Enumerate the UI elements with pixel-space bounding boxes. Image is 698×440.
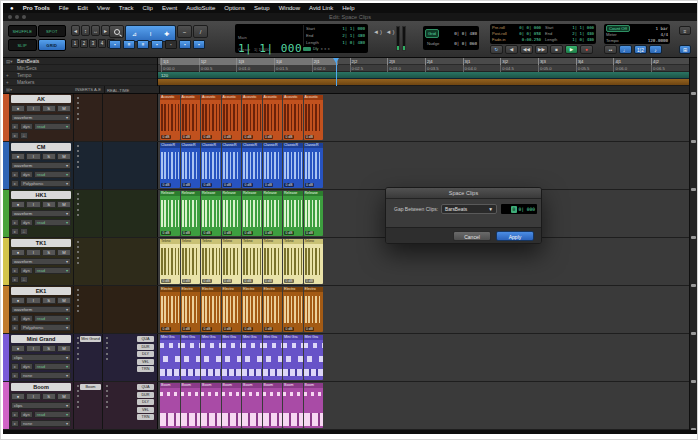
layered-edit-button[interactable]: ▪	[193, 40, 205, 49]
tempo-event[interactable]: 120	[161, 72, 168, 79]
clip-lane[interactable]: BoomBoomBoomBoomBoomBoomBoomBoom	[160, 382, 323, 429]
track-view-selector[interactable]: clips▾	[11, 402, 71, 409]
track-height-handle[interactable]	[691, 332, 696, 335]
fade-in-value[interactable]: 0:00.250	[522, 37, 541, 43]
clip-ak-7[interactable]: Acoustic0 dB	[283, 95, 303, 140]
freeze-icon[interactable]: ▸	[11, 228, 19, 235]
return-to-zero-button[interactable]: ◀	[505, 45, 518, 54]
clip-gain-badge[interactable]: 0 dB	[305, 231, 315, 235]
zoom-preset-1[interactable]: 1	[71, 39, 79, 48]
freeze-icon[interactable]: ▸	[11, 132, 19, 139]
patch-selector[interactable]: none▾	[20, 372, 71, 379]
apply-button[interactable]: Apply	[496, 231, 534, 241]
dyn-selector[interactable]: dyn	[20, 267, 33, 274]
track-name[interactable]: EK1	[11, 287, 71, 295]
dialog-title[interactable]: Space Clips	[386, 188, 541, 199]
mute-button[interactable]: M	[57, 345, 71, 352]
menu-item-avid-link[interactable]: Avid Link	[309, 5, 333, 11]
clip-cm-4[interactable]: ClassicR0 dB	[222, 143, 242, 188]
menu-item-track[interactable]: Track	[119, 5, 134, 11]
clip-lane[interactable]: Tekno0 dBTekno0 dBTekno0 dBTekno0 dBTekn…	[160, 238, 323, 285]
nudge-value[interactable]: 0| 0| 060	[454, 41, 477, 46]
clip-gain-badge[interactable]: 0 dB	[223, 279, 233, 283]
solo-button[interactable]: S	[42, 393, 56, 400]
grid-mode-button[interactable]: GRID	[38, 39, 67, 51]
menu-item-setup[interactable]: Setup	[254, 5, 270, 11]
clip-hk1-8[interactable]: Release0 dB	[304, 191, 324, 236]
clip-gain-badge[interactable]: 0 dB	[182, 327, 192, 331]
clip-boom-3[interactable]: Boom	[201, 383, 221, 428]
selector-tool-button[interactable]: I	[143, 27, 158, 40]
bars-beats-ruler[interactable]: 1|11|21|31|42|12|22|32|43|13|23|33|44|14…	[158, 58, 697, 65]
gap-units-dropdown[interactable]: BarsBeats▼	[441, 204, 497, 214]
clip-mini-grand-1[interactable]: Mini Gra	[160, 335, 180, 380]
mute-button[interactable]: M	[57, 201, 71, 208]
clip-tk1-1[interactable]: Tekno0 dB	[160, 239, 180, 284]
tab-to-transient-button[interactable]: ▪	[109, 40, 121, 49]
gap-value-selected-digit[interactable]: 0	[511, 206, 518, 213]
midi-merge-button[interactable]: ••	[604, 45, 617, 54]
automation-mode-selector[interactable]: read▾	[34, 219, 71, 226]
apple-menu-icon[interactable]: ●	[10, 3, 14, 13]
clip-hk1-2[interactable]: Release0 dB	[181, 191, 201, 236]
clip-boom-2[interactable]: Boom	[181, 383, 201, 428]
record-arm-button[interactable]: ●	[11, 297, 25, 304]
clip-tk1-2[interactable]: Tekno0 dB	[181, 239, 201, 284]
selection-length-value[interactable]: 1| 0| 480	[342, 39, 365, 46]
track-view-selector[interactable]: waveform▾	[11, 258, 71, 265]
clip-gain-badge[interactable]: 0 dB	[264, 183, 274, 187]
clip-gain-badge[interactable]: 0 dB	[223, 327, 233, 331]
grabber-tool-button[interactable]: ✚	[159, 27, 174, 40]
clip-cm-1[interactable]: ClassicR0 dB	[160, 143, 180, 188]
dyn-selector[interactable]: dyn	[20, 363, 33, 370]
dyn-selector[interactable]: dyn	[20, 219, 33, 226]
min-secs-ruler[interactable]: 0:00.00:00.50:01.00:01.50:02.00:02.50:03…	[158, 65, 697, 72]
mute-button[interactable]: M	[57, 153, 71, 160]
right-scroll-strip[interactable]	[689, 58, 697, 430]
clip-gain-badge[interactable]: 0 dB	[243, 279, 253, 283]
clip-gain-badge[interactable]: 0 dB	[161, 135, 171, 139]
fast-forward-button[interactable]: ▶▶	[535, 45, 548, 54]
menu-item-event[interactable]: Event	[162, 5, 177, 11]
clip-tk1-6[interactable]: Tekno0 dB	[263, 239, 283, 284]
solo-button[interactable]: S	[42, 153, 56, 160]
track-height-handle[interactable]	[691, 140, 696, 143]
clip-gain-badge[interactable]: 0 dB	[284, 231, 294, 235]
clip-cm-5[interactable]: ClassicR0 dB	[242, 143, 262, 188]
clip-gain-badge[interactable]: 0 dB	[284, 183, 294, 187]
timeline-rulers[interactable]: 1|11|21|31|42|12|22|32|43|13|23|33|44|14…	[158, 58, 697, 86]
ruler-view-icon[interactable]: ▤▾	[6, 58, 13, 65]
metronome-button[interactable]: ♩	[619, 45, 632, 54]
clip-gain-badge[interactable]: 0 dB	[223, 183, 233, 187]
elastic-audio-icon[interactable]: ▸	[11, 171, 19, 178]
clip-gain-badge[interactable]: 0 dB	[202, 279, 212, 283]
clip-lane[interactable]: Electro0 dBElectro0 dBElectro0 dBElectro…	[160, 286, 323, 333]
rtp-trn[interactable]: TRN	[137, 366, 154, 372]
track-view-selector[interactable]: waveform▾	[11, 114, 71, 121]
track-height-handle[interactable]	[691, 92, 696, 95]
clip-hk1-4[interactable]: Release0 dB	[222, 191, 242, 236]
rewind-button[interactable]: ◀◀	[520, 45, 533, 54]
auto-scroll-button[interactable]: ▪	[179, 40, 191, 49]
clip-gain-badge[interactable]: 0 dB	[161, 327, 171, 331]
cancel-button[interactable]: Cancel	[453, 231, 491, 241]
clip-gain-badge[interactable]: 0 dB	[243, 183, 253, 187]
elastic-audio-icon[interactable]: ▸	[11, 315, 19, 322]
mute-button[interactable]: M	[57, 249, 71, 256]
track-height-handle[interactable]	[691, 236, 696, 239]
clip-hk1-5[interactable]: Release0 dB	[242, 191, 262, 236]
solo-button[interactable]: S	[42, 345, 56, 352]
clip-hk1-1[interactable]: Release0 dB	[160, 191, 180, 236]
elastic-audio-icon[interactable]: ▸	[11, 267, 19, 274]
tempo-value[interactable]: 120.0000	[648, 38, 668, 44]
track-view-selector[interactable]: waveform▾	[11, 306, 71, 313]
ruler-name-tempo[interactable]: +Tempo	[3, 72, 157, 79]
spot-mode-button[interactable]: SPOT	[38, 25, 67, 37]
clip-cm-2[interactable]: ClassicR0 dB	[181, 143, 201, 188]
automation-mode-selector[interactable]: read▾	[34, 363, 71, 370]
clip-gain-badge[interactable]: 0 dB	[161, 279, 171, 283]
clip-gain-badge[interactable]: 0 dB	[202, 135, 212, 139]
mute-button[interactable]: M	[57, 393, 71, 400]
pencil-tool-button[interactable]: /	[193, 25, 208, 38]
toolbar-menu-button[interactable]: ≡	[679, 26, 691, 35]
